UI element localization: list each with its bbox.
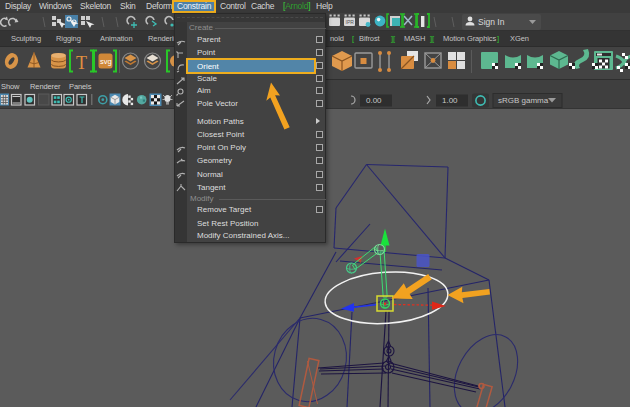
svg-text:IPR: IPR <box>346 19 355 25</box>
svg-text:svg: svg <box>100 57 112 66</box>
svg-text:sRGB gamma: sRGB gamma <box>498 96 549 105</box>
svg-text:T: T <box>76 53 87 73</box>
svg-text:1.00: 1.00 <box>442 96 458 105</box>
svg-text:Sign In: Sign In <box>478 17 505 27</box>
svg-text:0.00: 0.00 <box>366 96 382 105</box>
